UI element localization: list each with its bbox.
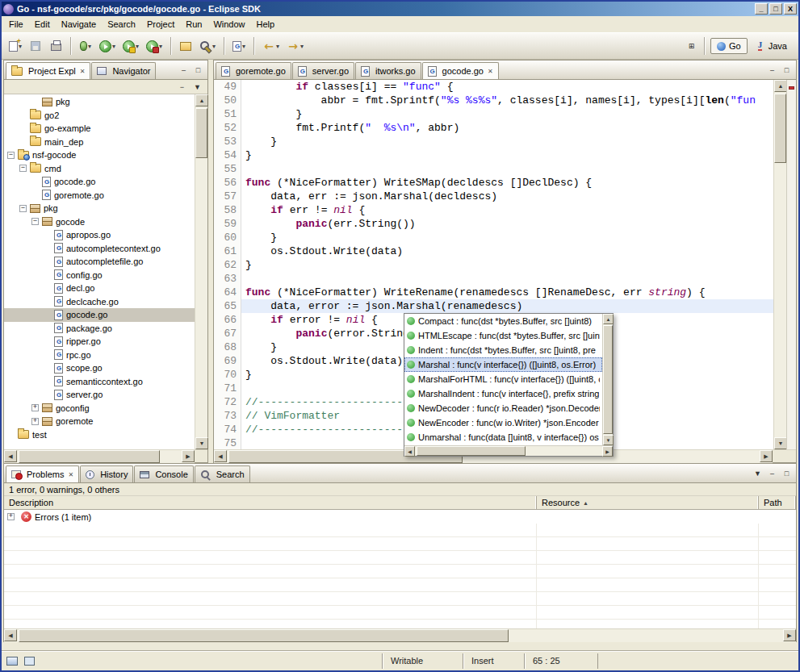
completion-item[interactable]: MarshalIndent : func(v interface{}, pref… <box>404 386 602 401</box>
tree-item-pkg[interactable]: pkg <box>4 95 195 109</box>
tree-item-goremote[interactable]: +goremote <box>4 415 195 428</box>
tree-item-gocode-go[interactable]: gocode.go <box>4 308 195 322</box>
completion-item[interactable]: MarshalForHTML : func(v interface{}) ([]… <box>404 372 602 386</box>
expand-icon[interactable]: + <box>31 404 39 411</box>
tree-item-package-go[interactable]: package.go <box>4 322 195 336</box>
completion-item[interactable]: Marshal : func(v interface{}) ([]uint8, … <box>404 357 602 372</box>
tree-item-semanticcontext-go[interactable]: semanticcontext.go <box>4 375 195 389</box>
tree-item-main-dep[interactable]: main_dep <box>4 136 195 149</box>
tree-item-nsf-gocode[interactable]: −nsf-gocode <box>4 148 195 162</box>
perspective-java[interactable]: Java <box>750 38 794 54</box>
tree-item-test[interactable]: test <box>4 428 195 442</box>
collapse-icon[interactable]: − <box>31 218 39 225</box>
perspective-go[interactable]: Go <box>710 38 748 54</box>
problems-horizontal-scrollbar[interactable]: ◀ ▶ <box>4 629 796 642</box>
print-button[interactable] <box>47 36 65 56</box>
tab-history[interactable]: History <box>80 465 133 482</box>
run-button[interactable]: ▾ <box>97 36 118 56</box>
tab-problems[interactable]: Problems✕ <box>6 465 79 482</box>
minimize-view-icon[interactable]: – <box>765 467 779 479</box>
tree-item-goremote-go[interactable]: goremote.go <box>4 189 195 202</box>
fast-view-icon[interactable] <box>5 655 19 667</box>
tree-item-declcache-go[interactable]: declcache.go <box>4 295 195 309</box>
overview-ruler[interactable] <box>786 80 796 449</box>
scrollbar-track[interactable] <box>603 324 613 435</box>
save-button[interactable] <box>27 36 44 56</box>
scroll-right-icon[interactable]: ▶ <box>783 629 796 641</box>
view-menu-icon[interactable]: ▼ <box>191 81 204 93</box>
column-path[interactable]: Path <box>759 496 796 509</box>
run-last-tool-button[interactable]: ▾ <box>120 36 141 56</box>
popup-vertical-scrollbar[interactable]: ▲ ▼ <box>602 314 613 445</box>
tree-item-ripper-go[interactable]: ripper.go <box>4 335 195 349</box>
scroll-down-icon[interactable]: ▼ <box>774 437 787 449</box>
external-tools-button[interactable]: ▾ <box>144 36 165 56</box>
dropdown-arrow-icon[interactable]: ▾ <box>136 43 139 50</box>
minimize-button[interactable]: _ <box>755 3 768 15</box>
completion-item[interactable]: NewEncoder : func(w io.Writer) *json.Enc… <box>404 415 602 430</box>
dropdown-arrow-icon[interactable]: ▾ <box>300 43 304 50</box>
scrollbar-thumb[interactable] <box>19 450 160 463</box>
tab-gocode-go[interactable]: gocode.go✕ <box>422 62 499 79</box>
tree-item-pkg[interactable]: −pkg <box>4 202 195 215</box>
completion-item[interactable]: Unmarshal : func(data []uint8, v interfa… <box>404 430 602 445</box>
explorer-vertical-scrollbar[interactable]: ▲ ▼ <box>195 94 207 449</box>
expand-icon[interactable]: + <box>7 513 15 520</box>
tab-server-go[interactable]: server.go <box>292 62 354 79</box>
scroll-right-icon[interactable]: ▶ <box>182 450 195 462</box>
expand-icon[interactable]: + <box>31 418 39 425</box>
menu-project[interactable]: Project <box>141 18 180 31</box>
popup-horizontal-scrollbar[interactable]: ◀ ▶ <box>404 445 613 456</box>
collapse-all-icon[interactable]: − <box>175 81 189 93</box>
menu-search[interactable]: Search <box>102 18 141 31</box>
close-icon[interactable]: ✕ <box>80 68 86 75</box>
tree-item-decl-go[interactable]: decl.go <box>4 282 195 295</box>
error-marker-icon[interactable] <box>789 86 794 90</box>
tree-item-autocompletecontext-go[interactable]: autocompletecontext.go <box>4 242 195 256</box>
scroll-up-icon[interactable]: ▲ <box>603 314 614 324</box>
tree-item-go2[interactable]: go2 <box>4 109 195 123</box>
tab-navigator[interactable]: Navigator <box>91 62 156 79</box>
back-button[interactable]: ▾ <box>260 36 282 56</box>
tree-item-cmd[interactable]: −cmd <box>4 162 195 176</box>
completion-item[interactable]: HTMLEscape : func(dst *bytes.Buffer, src… <box>404 328 602 343</box>
tab-goremote-go[interactable]: goremote.go <box>216 62 291 79</box>
explorer-horizontal-scrollbar[interactable]: ◀ ▶ <box>4 450 195 463</box>
tree-item-rpc-go[interactable]: rpc.go <box>4 349 195 362</box>
scroll-down-icon[interactable]: ▼ <box>603 435 614 445</box>
maximize-view-icon[interactable]: □ <box>780 64 794 76</box>
scrollbar-thumb[interactable] <box>19 629 509 642</box>
scroll-right-icon[interactable]: ▶ <box>760 450 773 462</box>
tree-item-autocompletefile-go[interactable]: autocompletefile.go <box>4 255 195 269</box>
completion-item[interactable]: Indent : func(dst *bytes.Buffer, src []u… <box>404 343 602 357</box>
menu-help[interactable]: Help <box>251 18 281 31</box>
view-shortcut-icon[interactable] <box>23 655 36 667</box>
dropdown-arrow-icon[interactable]: ▾ <box>276 43 279 50</box>
tree-item-server-go[interactable]: server.go <box>4 388 195 402</box>
scrollbar-thumb[interactable] <box>603 325 613 434</box>
minimize-view-icon[interactable]: – <box>177 64 191 76</box>
tree-item-go-example[interactable]: go-example <box>4 122 195 136</box>
scrollbar-thumb[interactable] <box>417 446 526 456</box>
tree-item-goconfig[interactable]: +goconfig <box>4 402 195 415</box>
menu-window[interactable]: Window <box>207 18 250 31</box>
scroll-left-icon[interactable]: ◀ <box>404 446 415 457</box>
dropdown-arrow-icon[interactable]: ▾ <box>242 43 245 50</box>
tab-itworks-go[interactable]: itworks.go <box>355 62 421 79</box>
tree-item-gocode[interactable]: −gocode <box>4 215 195 229</box>
completion-item[interactable]: NewDecoder : func(r io.Reader) *json.Dec… <box>404 401 602 415</box>
scrollbar-track[interactable] <box>195 106 207 437</box>
maximize-view-icon[interactable]: □ <box>191 64 205 76</box>
close-icon[interactable]: ✕ <box>68 471 73 478</box>
collapse-icon[interactable]: − <box>19 165 27 172</box>
tab-search[interactable]: Search <box>195 465 250 482</box>
scrollbar-track[interactable] <box>17 629 783 642</box>
column-description[interactable]: Description <box>4 496 537 509</box>
scroll-up-icon[interactable]: ▲ <box>195 94 208 106</box>
scroll-up-icon[interactable]: ▲ <box>774 80 787 92</box>
new-go-project-button[interactable] <box>177 36 195 56</box>
menu-run[interactable]: Run <box>180 18 207 31</box>
tab-console[interactable]: Console <box>134 465 193 482</box>
tree-item-gocode-go[interactable]: gocode.go <box>4 175 195 189</box>
dropdown-arrow-icon[interactable]: ▾ <box>159 43 162 50</box>
